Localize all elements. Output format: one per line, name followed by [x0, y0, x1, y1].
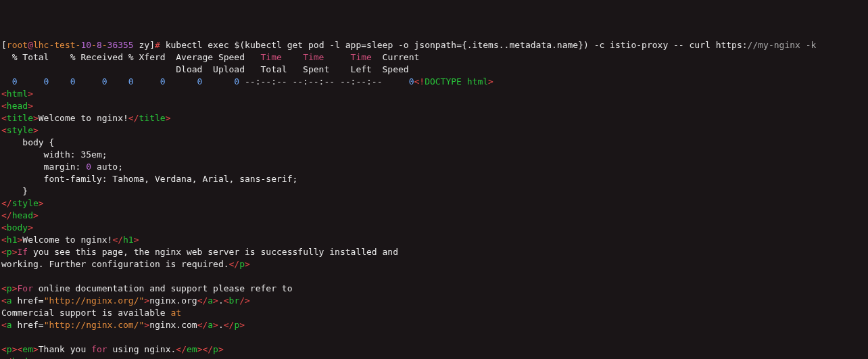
tag-body-close: </body> — [1, 356, 39, 359]
style-line: font-family: Tahoma, Verdana, Arial, san… — [1, 174, 297, 184]
tag-style-open: <style> — [1, 125, 39, 135]
tag-h1: <h1>Welcome to nginx!</h1> — [1, 235, 139, 245]
curl-header-1: % Total % Received % Xferd Average Speed… — [1, 52, 419, 62]
shell-prompt: [root@lhc-test-10-8-36355 zy]# — [1, 40, 166, 50]
command-line: kubectl exec $(kubectl get pod -l app=sl… — [166, 40, 817, 50]
tag-html-open: <html> — [1, 89, 33, 99]
tag-title: <title>Welcome to nginx!</title> — [1, 113, 170, 123]
tag-p2: <p>For online documentation and support … — [1, 283, 292, 293]
tag-p1-line2: working. Further configuration is requir… — [1, 259, 250, 269]
style-line: margin: 0 auto; — [1, 162, 123, 172]
tag-head-open: <head> — [1, 101, 33, 111]
curl-progress-row-initial: 0 0 0 0 0 0 0 0 --:--:-- --:--:-- --:--:… — [1, 76, 493, 87]
tag-a2: <a href="http://nginx.com/">nginx.com</a… — [1, 320, 245, 330]
tag-style-close: </style> — [1, 198, 44, 208]
style-line: body { — [1, 137, 54, 147]
tag-p3: <p><em>Thank you for using nginx.</em></… — [1, 344, 224, 354]
tag-body-open: <body> — [1, 222, 33, 233]
tag-head-close: </head> — [1, 210, 39, 220]
terminal-output: [root@lhc-test-10-8-36355 zy]# kubectl e… — [0, 37, 868, 359]
style-line: } — [1, 186, 28, 196]
tag-a1: <a href="http://nginx.org/">nginx.org</a… — [1, 295, 250, 306]
style-line: width: 35em; — [1, 149, 107, 160]
commercial-support: Commercial support is available at — [1, 308, 181, 318]
tag-p1: <p>If you see this page, the nginx web s… — [1, 247, 398, 257]
curl-header-2: Dload Upload Total Spent Left Speed — [1, 64, 409, 74]
